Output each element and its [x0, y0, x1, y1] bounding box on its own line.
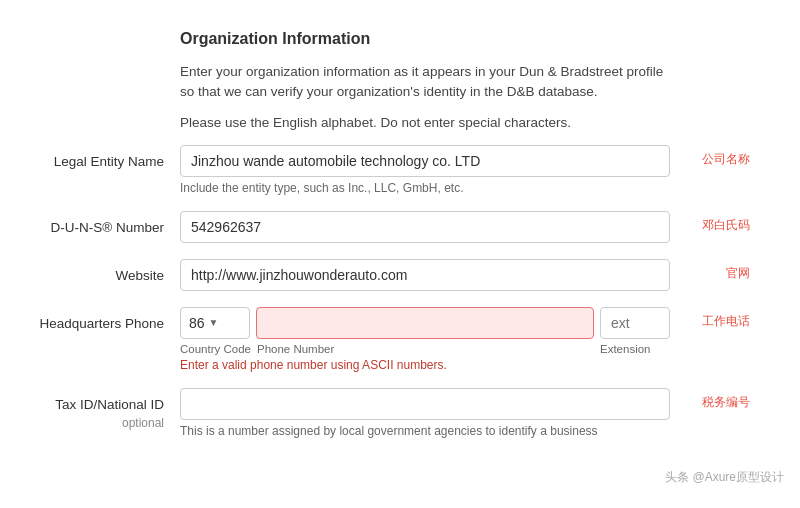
- watermark: 头条 @Axure原型设计: [659, 467, 790, 488]
- website-cn-label: 官网: [726, 265, 750, 282]
- tax-id-cn-label: 税务编号: [702, 394, 750, 411]
- legal-entity-row: Legal Entity Name Include the entity typ…: [20, 145, 670, 195]
- legal-entity-field-container: Include the entity type, such as Inc., L…: [180, 145, 670, 195]
- extension-field-label: Extension: [600, 343, 670, 355]
- description-p2: Please use the English alphabet. Do not …: [180, 113, 670, 133]
- phone-error-message: Enter a valid phone number using ASCII n…: [180, 358, 670, 372]
- tax-id-field-container: This is a number assigned by local gover…: [180, 388, 670, 438]
- phone-row: Headquarters Phone 86 ▼ Country Code Pho…: [20, 307, 670, 372]
- phone-number-field-label: Phone Number: [257, 343, 594, 355]
- phone-field-labels: Country Code Phone Number Extension: [180, 343, 670, 355]
- legal-entity-input[interactable]: [180, 145, 670, 177]
- phone-inputs-row: 86 ▼: [180, 307, 670, 339]
- description-block: Enter your organization information as i…: [20, 62, 670, 133]
- country-code-field-label: Country Code: [180, 343, 251, 355]
- tax-id-optional-label: optional: [20, 415, 164, 432]
- legal-entity-cn-label: 公司名称: [702, 151, 750, 168]
- description-p1: Enter your organization information as i…: [180, 62, 670, 103]
- phone-number-input[interactable]: [256, 307, 594, 339]
- duns-row: D-U-N-S® Number 邓白氏码: [20, 211, 670, 243]
- phone-field-container: 86 ▼ Country Code Phone Number Extension…: [180, 307, 670, 372]
- tax-id-input[interactable]: [180, 388, 670, 420]
- section-title: Organization Information: [20, 30, 670, 48]
- phone-extension-input[interactable]: [600, 307, 670, 339]
- duns-input[interactable]: [180, 211, 670, 243]
- tax-id-hint: This is a number assigned by local gover…: [180, 424, 670, 438]
- country-code-value: 86: [189, 315, 205, 331]
- legal-entity-label: Legal Entity Name: [20, 145, 180, 172]
- legal-entity-hint: Include the entity type, such as Inc., L…: [180, 181, 670, 195]
- website-field-container: [180, 259, 670, 291]
- country-code-selector[interactable]: 86 ▼: [180, 307, 250, 339]
- duns-label: D-U-N-S® Number: [20, 211, 180, 238]
- website-input[interactable]: [180, 259, 670, 291]
- tax-id-row: Tax ID/National ID optional This is a nu…: [20, 388, 670, 438]
- tax-id-label: Tax ID/National ID optional: [20, 388, 180, 432]
- duns-cn-label: 邓白氏码: [702, 217, 750, 234]
- phone-cn-label: 工作电话: [702, 313, 750, 330]
- chevron-down-icon: ▼: [209, 317, 219, 328]
- duns-field-container: [180, 211, 670, 243]
- phone-label: Headquarters Phone: [20, 307, 180, 334]
- website-label: Website: [20, 259, 180, 286]
- website-row: Website 官网: [20, 259, 670, 291]
